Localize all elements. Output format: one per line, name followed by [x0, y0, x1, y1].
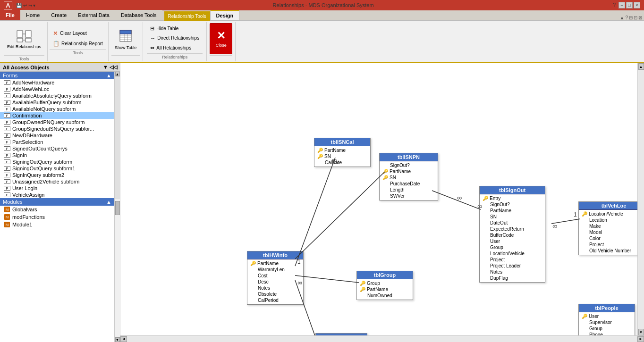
show-table-group-label [111, 55, 140, 61]
sidebar-section-forms[interactable]: Forms ▲ [0, 72, 114, 79]
sidebar-item[interactable]: FAddNewHardware [0, 79, 114, 86]
window-controls[interactable]: ? − □ × [611, 2, 640, 8]
key-icon: 🔑 [582, 314, 587, 319]
form-icon: F [4, 140, 10, 144]
form-icon: F [4, 100, 10, 105]
sidebar-item[interactable]: FAvailableNotQuery subform [0, 106, 114, 112]
table-PartRef[interactable]: PartRef PN 🔑PartName [315, 333, 367, 335]
table-tblGroup[interactable]: tblGroup 🔑Group 🔑PartName NumOwned [356, 271, 413, 300]
hide-table-button[interactable]: ⊟ Hide Table [147, 24, 203, 33]
sidebar-item[interactable]: FUnassigned2Vehicle subform [0, 178, 114, 185]
form-icon: F [4, 93, 10, 98]
forms-collapse-icon[interactable]: ▲ [106, 73, 111, 78]
form-icon: F [4, 166, 10, 171]
table-tblISNPN[interactable]: tblISNPN SignOut? 🔑PartName 🔑SN Purchase… [379, 153, 438, 200]
sidebar-scrollbar[interactable]: ▲ ▼ [114, 72, 120, 342]
modules-collapse-icon[interactable]: ▲ [106, 199, 111, 205]
table-tblVehLoc[interactable]: tblVehLoc 🔑Location/Vehicle Location Mak… [578, 201, 644, 255]
sidebar-item[interactable]: FVehicleAssign [0, 192, 114, 198]
table-tblPeople[interactable]: tblPeople 🔑User Supervisor Group Phone [578, 304, 635, 335]
sidebar-item[interactable]: FUser Login [0, 185, 114, 192]
sidebar-item[interactable]: FSignInQuery subform2 [0, 172, 114, 178]
sidebar-item[interactable]: FGroupOwnedPNQuery subform [0, 119, 114, 125]
svg-text:1: 1 [574, 211, 577, 218]
table-tblHWInfo[interactable]: tblHWInfo 🔑PartName WarrantyLen Cost Des… [247, 251, 304, 305]
field-row: ExpectedReturn [482, 226, 543, 232]
forms-label: Forms [3, 73, 17, 78]
sidebar-item[interactable]: FSigningOutQuery subform [0, 158, 114, 165]
table-body-tblISNCal: 🔑PartName 🔑SN CalDate [314, 146, 370, 167]
svg-line-19 [295, 158, 335, 266]
field-row: Obsolete [249, 291, 301, 297]
tab-database-tools[interactable]: Database Tools [115, 10, 162, 20]
field-row: DateOut [482, 220, 543, 226]
svg-line-24 [295, 275, 359, 283]
field-row: 🔑SN [381, 175, 436, 181]
table-tblISNCal[interactable]: tblISNCal 🔑PartName 🔑SN CalDate [314, 138, 371, 167]
sidebar-collapse-icon[interactable]: ◁◁ [110, 64, 117, 70]
minimize-btn[interactable]: − [619, 2, 625, 8]
scroll-up-btn[interactable]: ▲ [115, 72, 120, 76]
table-header-tblVehLoc: tblVehLoc [579, 202, 644, 210]
table-header-tblISNCal: tblISNCal [314, 138, 370, 146]
field-row: 🔑PartName [316, 147, 368, 153]
edit-relationships-button[interactable]: Edit Relationships [4, 23, 44, 54]
form-icon: F [4, 146, 10, 151]
sidebar-item[interactable]: FSignIn [0, 152, 114, 158]
field-row: Project Leader [482, 263, 543, 269]
hscroll-left[interactable]: ◄ [120, 336, 127, 342]
sidebar-chevron-icon[interactable]: ▼ [103, 64, 108, 70]
tab-file[interactable]: File [0, 10, 20, 20]
restore-btn[interactable]: □ [626, 2, 633, 8]
table-header-PartRef: PartRef [316, 334, 367, 335]
svg-rect-7 [120, 30, 131, 34]
show-table-button[interactable]: Show Table [111, 23, 140, 54]
tab-home[interactable]: Home [20, 10, 45, 20]
field-row: Group [581, 325, 633, 332]
sidebar-item[interactable]: FNewDBHardware [0, 132, 114, 139]
all-relationships-button[interactable]: ⇔ All Relationships [147, 43, 203, 52]
sidebar-item[interactable]: FSigningOutQuery subform1 [0, 165, 114, 172]
sidebar-section-modules[interactable]: Modules ▲ [0, 198, 114, 206]
sidebar-list: Forms ▲ FAddNewHardware FAddNewVehLoc FA… [0, 72, 114, 342]
tools-group-label: Tools [4, 55, 44, 61]
vscroll-down[interactable]: ▼ [638, 329, 644, 335]
scroll-down-btn[interactable]: ▼ [115, 337, 120, 342]
sidebar-item[interactable]: FAvailableAbsolutelyQuery subform [0, 92, 114, 99]
sidebar-item[interactable]: FSignedOutCountQuerys [0, 145, 114, 152]
group-tools: Edit Relationships Tools [1, 22, 48, 61]
field-row: SWVer [381, 193, 436, 199]
sidebar-item[interactable]: FAddNewVehLoc [0, 86, 114, 92]
tab-create[interactable]: Create [45, 10, 72, 20]
direct-rel-icon: ↔ [150, 35, 155, 41]
canvas-hscrollbar[interactable]: ◄ ► [120, 335, 644, 342]
field-row: SN [482, 214, 543, 220]
relationship-report-button[interactable]: 📋 Relationship Report [50, 39, 106, 48]
table-tblSignOut[interactable]: tblSignOut 🔑Entry SignOut? PartName SN D… [479, 186, 545, 283]
hide-table-icon: ⊟ [150, 25, 154, 32]
group-relationships: ⊟ Hide Table ↔ Direct Relationships ⇔ Al… [143, 22, 207, 61]
clear-layout-button[interactable]: ✕ Clear Layout [50, 28, 106, 38]
vscroll-up[interactable]: ▲ [638, 63, 644, 70]
sidebar-item[interactable]: FPartSelection [0, 139, 114, 145]
sidebar-item[interactable]: FGroupSignedoutSNsQuery subfor... [0, 125, 114, 132]
window-title: Relationships - MDS Organizational Syste… [35, 2, 611, 8]
canvas-vscrollbar[interactable]: ▲ ▼ [637, 63, 644, 335]
direct-relationships-button[interactable]: ↔ Direct Relationships [147, 34, 203, 42]
sidebar-item-module1[interactable]: M Module1 [0, 221, 114, 228]
sidebar-item-globalvars[interactable]: M Globalvars [0, 206, 114, 213]
key-icon: 🔑 [483, 196, 488, 201]
sidebar-item-modfunctions[interactable]: M modFunctions [0, 213, 114, 221]
tab-relationship-tools: Relationship Tools [164, 11, 210, 21]
sidebar-item[interactable]: FAvailableBufferQuery subform [0, 99, 114, 106]
close-button[interactable]: ✕ Close [210, 23, 232, 54]
module-icon: M [4, 221, 10, 228]
close-btn[interactable]: × [634, 2, 640, 8]
tab-external-data[interactable]: External Data [72, 10, 115, 20]
svg-text:M: M [6, 208, 9, 212]
form-icon: F [4, 179, 10, 184]
help-btn[interactable]: ? [611, 2, 618, 8]
tab-design[interactable]: Design [210, 10, 240, 20]
hscroll-right[interactable]: ► [637, 336, 644, 342]
sidebar-item-confirmation[interactable]: FConfirmation [0, 112, 114, 119]
